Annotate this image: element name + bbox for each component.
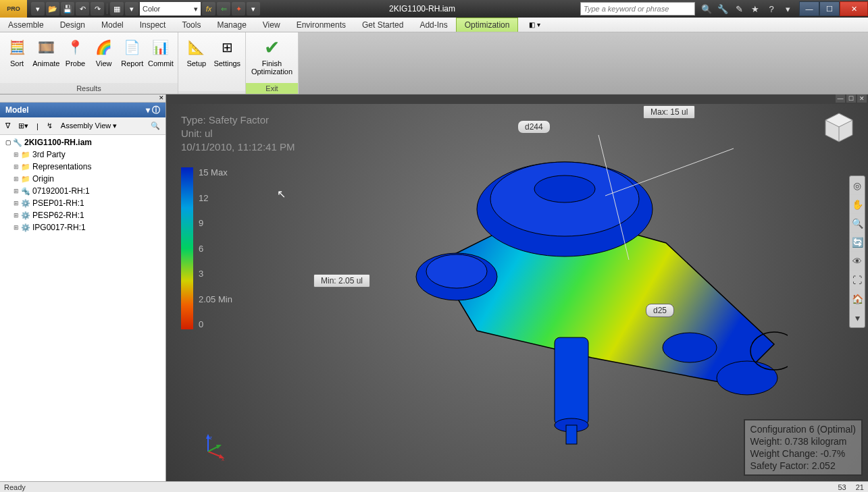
viewport-maximize-button[interactable]: ☐ [846, 94, 856, 103]
setup-button[interactable]: 📐Setup [182, 35, 211, 67]
return-icon[interactable]: ⇐ [217, 2, 230, 16]
filter-icon[interactable]: ∇ [3, 120, 13, 132]
menu-environments[interactable]: Environments [288, 18, 354, 32]
menu-add-ins[interactable]: Add-Ins [411, 18, 455, 32]
close-button[interactable]: ✕ [840, 1, 868, 16]
callout-d25[interactable]: d25 [646, 304, 674, 317]
expand-icon[interactable]: ⊞ [12, 200, 20, 207]
model-tree[interactable]: ▢ 🔧 2KIG1100-RH.iam ⊞ 📁 3rd Party ⊞ 📁 Re… [0, 135, 165, 481]
tree-root[interactable]: ▢ 🔧 2KIG1100-RH.iam [1, 136, 164, 148]
result-info: Type: Safety Factor Unit: ul 10/11/2010,… [181, 113, 295, 154]
undo-icon[interactable]: ↶ [76, 2, 89, 16]
menu-extra-icon[interactable]: ◧ ▾ [524, 18, 546, 32]
callout-d244[interactable]: d244 [517, 120, 551, 134]
expand-icon[interactable]: ⊞ [12, 163, 20, 170]
menu-assemble[interactable]: Assemble [0, 18, 52, 32]
select-icon[interactable]: ▦ [110, 2, 124, 16]
finish-icon[interactable]: ✦ [232, 2, 245, 16]
probe-button[interactable]: 📍Probe [62, 35, 88, 67]
color-selector[interactable]: Color▾ [140, 2, 201, 16]
zoom-icon[interactable]: 🔍 [850, 214, 865, 233]
expand-icon[interactable]: ⊞ [12, 151, 20, 158]
view-button[interactable]: 🌈View [91, 35, 117, 67]
favorites-icon[interactable]: ★ [749, 3, 761, 15]
3d-viewport[interactable]: — ☐ ✕ Type: Safety Factor Unit: ul 10/11… [166, 94, 868, 481]
subassembly-icon: ⚙️ [20, 198, 31, 208]
search-input[interactable] [581, 3, 694, 15]
new-icon[interactable]: ▾ [31, 2, 45, 16]
tree-item[interactable]: ⊞ 🔩 07192001-RH:1 [1, 185, 164, 197]
tree-label: 07192001-RH:1 [32, 186, 90, 196]
menu-design[interactable]: Design [52, 18, 93, 32]
find-icon[interactable]: 🔍 [148, 120, 163, 132]
maximize-button[interactable]: ☐ [819, 1, 840, 16]
menu-view[interactable]: View [255, 18, 288, 32]
save-icon[interactable]: 💾 [61, 2, 74, 16]
browser-title: Model [5, 105, 29, 115]
check-icon: ✔ [261, 36, 283, 58]
tree-item[interactable]: ⊞ ⚙️ PSEP01-RH:1 [1, 197, 164, 209]
expand-icon[interactable]: ⊞ [12, 188, 20, 194]
report-button[interactable]: 📄Report [120, 35, 145, 67]
expand-icon[interactable]: ⊞ [12, 224, 20, 231]
app-icon[interactable]: PRO [0, 0, 27, 18]
assembly-view-dropdown[interactable]: Assembly View ▾ [58, 120, 120, 132]
browser-header[interactable]: Model ▾ ⓘ [0, 103, 165, 117]
nav-dropdown-icon[interactable]: ▾ [850, 308, 865, 327]
home-icon[interactable]: 🏠 [850, 290, 865, 308]
binoculars-icon[interactable]: 🔍 [700, 3, 713, 15]
menu-optimization[interactable]: Optimization [456, 18, 519, 32]
hierarchy-icon[interactable]: ↯ [44, 120, 55, 132]
browser-close-button[interactable]: ✕ [0, 94, 165, 103]
status-ready: Ready [4, 483, 26, 491]
qat-dropdown-icon[interactable]: ▾ [247, 2, 260, 16]
tree-item[interactable]: ⊞ 📁 Representations [1, 161, 164, 173]
menu-model[interactable]: Model [93, 18, 132, 32]
help-dropdown-icon[interactable]: ▾ [782, 3, 794, 15]
settings-button[interactable]: ⊞Settings [213, 35, 242, 67]
ribbon-panel-title-setup [178, 91, 245, 94]
menu-get-started[interactable]: Get Started [354, 18, 411, 32]
menu-tools[interactable]: Tools [174, 18, 209, 32]
animate-label: Animate [32, 59, 59, 67]
communication-icon[interactable]: ✎ [733, 3, 745, 15]
redo-icon[interactable]: ↷ [91, 2, 104, 16]
subscription-icon[interactable]: 🔧 [717, 3, 729, 15]
fullnav-icon[interactable]: ⛶ [850, 271, 865, 290]
callout-max[interactable]: Max: 15 ul [643, 105, 695, 119]
animate-button[interactable]: 🎞️Animate [32, 35, 59, 67]
open-icon[interactable]: 📂 [46, 2, 59, 16]
tree-item[interactable]: ⊞ 📁 Origin [1, 173, 164, 185]
menu-inspect[interactable]: Inspect [132, 18, 174, 32]
axis-triad: z x [199, 434, 226, 461]
viewport-close-button[interactable]: ✕ [857, 94, 867, 103]
commit-icon: 📊 [150, 36, 172, 58]
callout-min[interactable]: Min: 2.05 ul [313, 274, 370, 288]
finish-label: Finish Optimization [250, 59, 294, 76]
tree-item[interactable]: ⊞ ⚙️ PESP62-RH:1 [1, 209, 164, 221]
tree-item[interactable]: ⊞ 📁 3rd Party [1, 148, 164, 161]
view-icon: 🌈 [93, 36, 115, 58]
orbit-icon[interactable]: 🔄 [850, 233, 865, 252]
pan-icon[interactable]: ✋ [850, 195, 865, 214]
commit-button[interactable]: 📊Commit [148, 35, 174, 67]
fx-icon[interactable]: fx [202, 2, 215, 16]
view-cube[interactable] [822, 111, 856, 144]
steering-wheel-icon[interactable]: ◎ [850, 176, 865, 195]
viewport-minimize-button[interactable]: — [836, 94, 845, 103]
expand-icon[interactable]: ⊞ [12, 212, 20, 219]
expand-icon[interactable]: ⊞ [12, 175, 20, 182]
search-box[interactable] [580, 2, 695, 16]
help-icon[interactable]: ? [765, 3, 777, 15]
minimize-button[interactable]: — [799, 1, 819, 16]
menu-manage[interactable]: Manage [209, 18, 254, 32]
look-icon[interactable]: 👁 [850, 252, 865, 271]
result-date: 10/11/2010, 11:12:41 PM [181, 140, 295, 154]
tree-toggle-icon[interactable]: ⊞▾ [16, 120, 31, 132]
result-type: Type: Safety Factor [181, 113, 295, 127]
collapse-icon[interactable]: ▢ [4, 139, 12, 146]
sort-button[interactable]: 🧮Sort [4, 35, 30, 67]
material-icon[interactable]: ▾ [125, 2, 138, 16]
finish-optimization-button[interactable]: ✔Finish Optimization [250, 35, 294, 76]
tree-item[interactable]: ⊞ ⚙️ IPG0017-RH:1 [1, 221, 164, 234]
